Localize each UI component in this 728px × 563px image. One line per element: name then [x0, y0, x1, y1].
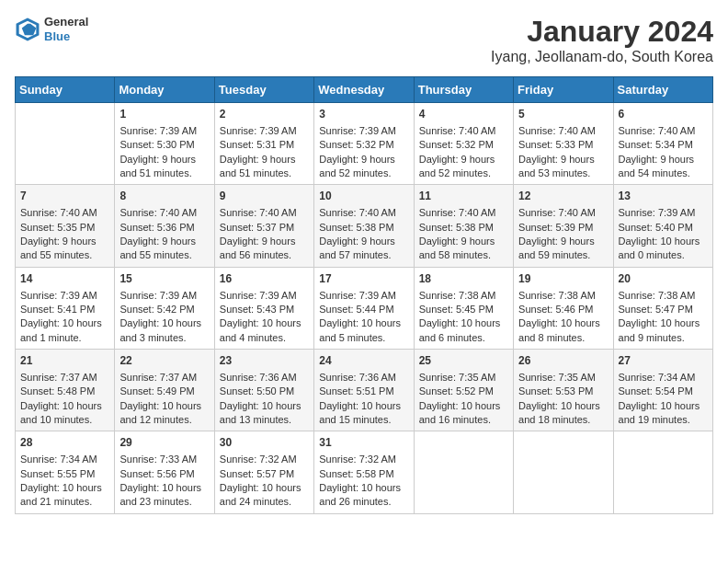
- header-cell-saturday: Saturday: [613, 77, 712, 103]
- day-info: Sunrise: 7:33 AM Sunset: 5:56 PM Dayligh…: [119, 454, 201, 507]
- day-number: 15: [119, 271, 209, 287]
- day-number: 27: [619, 353, 708, 369]
- calendar-cell: 1Sunrise: 7:39 AM Sunset: 5:30 PM Daylig…: [115, 103, 214, 185]
- day-number: 24: [319, 353, 408, 369]
- week-row-3: 14Sunrise: 7:39 AM Sunset: 5:41 PM Dayli…: [16, 267, 713, 349]
- calendar-cell: 21Sunrise: 7:37 AM Sunset: 5:48 PM Dayli…: [16, 350, 115, 431]
- calendar-cell: 31Sunrise: 7:32 AM Sunset: 5:58 PM Dayli…: [314, 431, 414, 513]
- calendar-cell: 17Sunrise: 7:39 AM Sunset: 5:44 PM Dayli…: [314, 267, 414, 349]
- day-info: Sunrise: 7:40 AM Sunset: 5:37 PM Dayligh…: [220, 207, 297, 260]
- calendar-cell: 10Sunrise: 7:40 AM Sunset: 5:38 PM Dayli…: [314, 185, 414, 267]
- calendar-cell: 28Sunrise: 7:34 AM Sunset: 5:55 PM Dayli…: [16, 431, 115, 513]
- calendar-cell: 19Sunrise: 7:38 AM Sunset: 5:46 PM Dayli…: [514, 267, 613, 349]
- day-number: 5: [518, 107, 608, 122]
- day-number: 12: [518, 189, 608, 204]
- day-number: 31: [319, 435, 408, 451]
- day-info: Sunrise: 7:40 AM Sunset: 5:38 PM Dayligh…: [419, 207, 496, 260]
- calendar-cell: 27Sunrise: 7:34 AM Sunset: 5:54 PM Dayli…: [613, 350, 712, 431]
- header-cell-tuesday: Tuesday: [214, 77, 313, 103]
- day-info: Sunrise: 7:36 AM Sunset: 5:50 PM Dayligh…: [220, 372, 301, 425]
- day-number: 20: [619, 271, 708, 287]
- calendar-cell: 12Sunrise: 7:40 AM Sunset: 5:39 PM Dayli…: [514, 185, 613, 267]
- logo-icon: [15, 17, 40, 42]
- day-number: 22: [119, 353, 209, 369]
- day-number: 9: [220, 189, 309, 204]
- calendar-body: 1Sunrise: 7:39 AM Sunset: 5:30 PM Daylig…: [16, 103, 713, 514]
- calendar-cell: 15Sunrise: 7:39 AM Sunset: 5:42 PM Dayli…: [115, 267, 214, 349]
- day-info: Sunrise: 7:39 AM Sunset: 5:41 PM Dayligh…: [20, 290, 102, 343]
- header-cell-sunday: Sunday: [16, 77, 115, 103]
- header-row: SundayMondayTuesdayWednesdayThursdayFrid…: [16, 77, 713, 103]
- day-number: 6: [619, 107, 708, 122]
- day-number: 14: [20, 271, 109, 287]
- day-info: Sunrise: 7:40 AM Sunset: 5:34 PM Dayligh…: [619, 125, 696, 178]
- calendar-cell: 9Sunrise: 7:40 AM Sunset: 5:37 PM Daylig…: [214, 185, 313, 267]
- calendar-cell: 16Sunrise: 7:39 AM Sunset: 5:43 PM Dayli…: [214, 267, 313, 349]
- week-row-2: 7Sunrise: 7:40 AM Sunset: 5:35 PM Daylig…: [16, 185, 713, 267]
- calendar-cell: 8Sunrise: 7:40 AM Sunset: 5:36 PM Daylig…: [115, 185, 214, 267]
- day-number: 28: [20, 435, 109, 451]
- logo: General Blue: [15, 15, 88, 43]
- day-number: 26: [518, 353, 608, 369]
- header-cell-wednesday: Wednesday: [314, 77, 414, 103]
- calendar-header: SundayMondayTuesdayWednesdayThursdayFrid…: [16, 77, 713, 103]
- day-number: 8: [119, 189, 209, 204]
- calendar-cell: 29Sunrise: 7:33 AM Sunset: 5:56 PM Dayli…: [115, 431, 214, 513]
- day-info: Sunrise: 7:39 AM Sunset: 5:42 PM Dayligh…: [119, 290, 201, 343]
- day-info: Sunrise: 7:40 AM Sunset: 5:38 PM Dayligh…: [319, 207, 396, 260]
- day-info: Sunrise: 7:39 AM Sunset: 5:44 PM Dayligh…: [319, 290, 401, 343]
- day-info: Sunrise: 7:39 AM Sunset: 5:30 PM Dayligh…: [119, 125, 197, 178]
- page-subtitle: Iyang, Jeollanam-do, South Korea: [491, 49, 713, 65]
- header-cell-friday: Friday: [514, 77, 613, 103]
- day-number: 25: [419, 353, 508, 369]
- day-info: Sunrise: 7:37 AM Sunset: 5:48 PM Dayligh…: [20, 372, 102, 425]
- day-info: Sunrise: 7:40 AM Sunset: 5:39 PM Dayligh…: [518, 207, 596, 260]
- calendar-cell: 23Sunrise: 7:36 AM Sunset: 5:50 PM Dayli…: [214, 350, 313, 431]
- day-info: Sunrise: 7:34 AM Sunset: 5:54 PM Dayligh…: [619, 372, 700, 425]
- calendar-cell: 14Sunrise: 7:39 AM Sunset: 5:41 PM Dayli…: [16, 267, 115, 349]
- day-info: Sunrise: 7:39 AM Sunset: 5:32 PM Dayligh…: [319, 125, 396, 178]
- header-cell-monday: Monday: [115, 77, 214, 103]
- week-row-1: 1Sunrise: 7:39 AM Sunset: 5:30 PM Daylig…: [16, 103, 713, 185]
- day-info: Sunrise: 7:35 AM Sunset: 5:52 PM Dayligh…: [419, 372, 501, 425]
- calendar-cell: 4Sunrise: 7:40 AM Sunset: 5:32 PM Daylig…: [414, 103, 513, 185]
- calendar-cell: [613, 431, 712, 513]
- day-info: Sunrise: 7:38 AM Sunset: 5:45 PM Dayligh…: [419, 290, 501, 343]
- calendar-cell: 22Sunrise: 7:37 AM Sunset: 5:49 PM Dayli…: [115, 350, 214, 431]
- calendar-table: SundayMondayTuesdayWednesdayThursdayFrid…: [15, 76, 713, 514]
- header-cell-thursday: Thursday: [414, 77, 513, 103]
- logo-text: General Blue: [44, 15, 88, 43]
- calendar-cell: 24Sunrise: 7:36 AM Sunset: 5:51 PM Dayli…: [314, 350, 414, 431]
- day-info: Sunrise: 7:39 AM Sunset: 5:40 PM Dayligh…: [619, 207, 700, 260]
- day-number: 23: [220, 353, 309, 369]
- calendar-cell: 30Sunrise: 7:32 AM Sunset: 5:57 PM Dayli…: [214, 431, 313, 513]
- calendar-cell: 3Sunrise: 7:39 AM Sunset: 5:32 PM Daylig…: [314, 103, 414, 185]
- day-number: 11: [419, 189, 508, 204]
- day-info: Sunrise: 7:40 AM Sunset: 5:36 PM Dayligh…: [119, 207, 197, 260]
- calendar-cell: 6Sunrise: 7:40 AM Sunset: 5:34 PM Daylig…: [613, 103, 712, 185]
- day-number: 17: [319, 271, 408, 287]
- day-number: 3: [319, 107, 408, 122]
- day-info: Sunrise: 7:32 AM Sunset: 5:58 PM Dayligh…: [319, 454, 401, 507]
- page-title: January 2024: [491, 15, 713, 49]
- week-row-4: 21Sunrise: 7:37 AM Sunset: 5:48 PM Dayli…: [16, 350, 713, 431]
- day-number: 1: [119, 107, 209, 122]
- day-number: 19: [518, 271, 608, 287]
- calendar-cell: [514, 431, 613, 513]
- day-info: Sunrise: 7:32 AM Sunset: 5:57 PM Dayligh…: [220, 454, 301, 507]
- day-number: 2: [220, 107, 309, 122]
- calendar-cell: 25Sunrise: 7:35 AM Sunset: 5:52 PM Dayli…: [414, 350, 513, 431]
- day-number: 30: [220, 435, 309, 451]
- day-number: 18: [419, 271, 508, 287]
- day-info: Sunrise: 7:36 AM Sunset: 5:51 PM Dayligh…: [319, 372, 401, 425]
- day-number: 4: [419, 107, 508, 122]
- calendar-cell: 7Sunrise: 7:40 AM Sunset: 5:35 PM Daylig…: [16, 185, 115, 267]
- calendar-cell: 18Sunrise: 7:38 AM Sunset: 5:45 PM Dayli…: [414, 267, 513, 349]
- day-info: Sunrise: 7:40 AM Sunset: 5:32 PM Dayligh…: [419, 125, 496, 178]
- calendar-cell: [414, 431, 513, 513]
- calendar-cell: [16, 103, 115, 185]
- day-info: Sunrise: 7:38 AM Sunset: 5:47 PM Dayligh…: [619, 290, 700, 343]
- calendar-cell: 20Sunrise: 7:38 AM Sunset: 5:47 PM Dayli…: [613, 267, 712, 349]
- day-info: Sunrise: 7:38 AM Sunset: 5:46 PM Dayligh…: [518, 290, 600, 343]
- calendar-cell: 11Sunrise: 7:40 AM Sunset: 5:38 PM Dayli…: [414, 185, 513, 267]
